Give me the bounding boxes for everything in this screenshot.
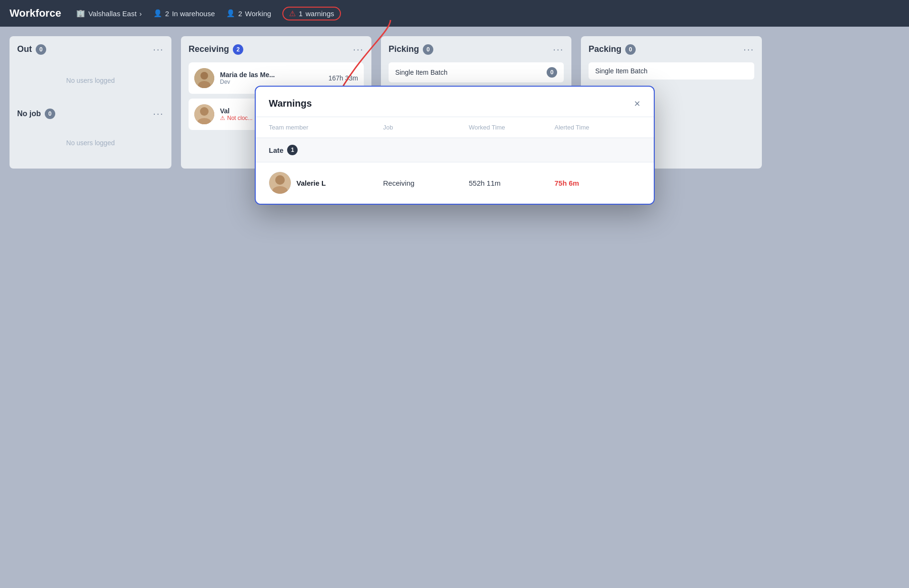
warning-row-valerie[interactable]: Valerie L Receiving 552h 11m 75h 6m — [256, 162, 654, 204]
col-worked-time: Worked Time — [469, 124, 555, 131]
late-title-group: Late 1 — [269, 145, 640, 155]
late-section-header: Late 1 — [256, 138, 654, 162]
svg-point-8 — [275, 175, 285, 185]
modal-close-button[interactable]: × — [634, 99, 640, 109]
modal-title: Warnings — [269, 98, 312, 109]
warnings-modal: Warnings × Team member Job Worked Time A… — [255, 86, 655, 205]
late-badge: 1 — [287, 145, 298, 155]
col-alerted-time: Alerted Time — [555, 124, 640, 131]
row-alerted-valerie: 75h 6m — [555, 179, 640, 187]
row-job-valerie: Receiving — [383, 179, 469, 187]
modal-overlay: Warnings × Team member Job Worked Time A… — [0, 0, 909, 588]
col-job: Job — [383, 124, 469, 131]
modal-table-header: Team member Job Worked Time Alerted Time — [256, 117, 654, 138]
row-name-valerie: Valerie L — [297, 179, 326, 187]
row-worked-valerie: 552h 11m — [469, 179, 555, 187]
avatar-valerie-modal — [269, 172, 291, 194]
late-label: Late — [269, 146, 284, 154]
col-team-member: Team member — [269, 124, 383, 131]
modal-header: Warnings × — [256, 87, 654, 117]
row-user-cell: Valerie L — [269, 172, 383, 194]
